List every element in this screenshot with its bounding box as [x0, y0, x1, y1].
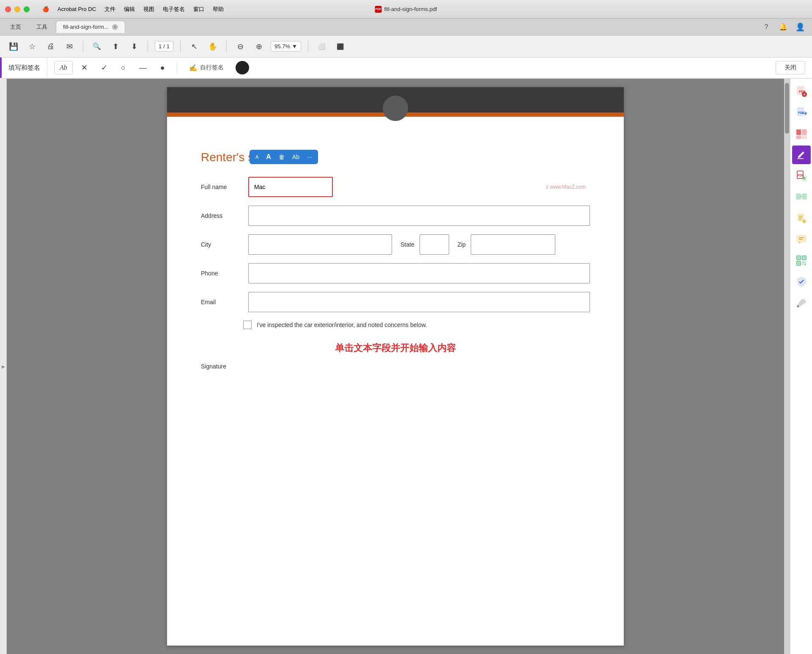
more-options-button[interactable]: ···	[304, 152, 315, 162]
address-input[interactable]	[248, 206, 590, 226]
tab-tools[interactable]: 工具	[30, 21, 54, 33]
menu-bar: 🍎 Acrobat Pro DC 文件 编辑 视图 电子签名 窗口 帮助	[38, 5, 228, 14]
circle-tool[interactable]: ○	[116, 61, 131, 75]
checkmark-tool[interactable]: ✓	[96, 60, 112, 75]
city-label: City	[201, 241, 243, 248]
self-sign-label: 自行签名	[200, 64, 224, 71]
zoom-indicator[interactable]: 95.7% ▼	[271, 41, 301, 52]
zip-input[interactable]	[471, 234, 555, 255]
self-sign-button[interactable]: ✍ 自行签名	[184, 62, 229, 74]
panel-collapse-handle[interactable]: ▶	[0, 79, 7, 654]
menu-view[interactable]: 视图	[139, 5, 159, 14]
smaller-text-button[interactable]: A	[253, 153, 261, 161]
email-row: Email	[201, 292, 590, 312]
cross-tool[interactable]: ✕	[76, 60, 93, 75]
sidebar-organize-icon[interactable]	[792, 124, 811, 143]
main-container: ▶ A A 🗑 Ab ··· Renter's section Full	[0, 79, 812, 654]
bookmark-icon[interactable]: ☆	[25, 40, 39, 53]
sidebar-document-icon[interactable]: $	[792, 209, 811, 228]
svg-rect-9	[796, 136, 801, 139]
menu-window[interactable]: 窗口	[189, 5, 208, 14]
expand-icon[interactable]: ⬛	[334, 40, 347, 53]
text-tool[interactable]: Ab	[54, 61, 73, 74]
sidebar-shield-icon[interactable]	[792, 272, 811, 291]
profile-icon[interactable]: 👤	[795, 22, 805, 32]
scrollbar[interactable]	[784, 79, 790, 654]
tab-active-file[interactable]: fill-and-sign-form... ×	[56, 21, 125, 33]
pdf-area[interactable]: A A 🗑 Ab ··· Renter's section Full name …	[7, 79, 784, 654]
hand-icon[interactable]: ✋	[206, 40, 219, 53]
toolbar-divider-1	[83, 41, 83, 52]
full-name-input[interactable]	[248, 177, 333, 197]
zoom-dropdown-icon: ▼	[292, 43, 297, 49]
sidebar-comment-icon[interactable]	[792, 230, 811, 249]
ab-format-button[interactable]: Ab	[290, 152, 302, 162]
signature-label: Signature	[201, 363, 243, 370]
app-name[interactable]: Acrobat Pro DC	[53, 5, 100, 13]
help-icon[interactable]: ?	[761, 22, 771, 32]
delete-text-button[interactable]: 🗑	[276, 152, 287, 162]
apple-menu[interactable]: 🍎	[38, 5, 53, 13]
dot-tool[interactable]: ●	[155, 61, 170, 75]
menu-esign[interactable]: 电子签名	[159, 5, 189, 14]
line-tool[interactable]: —	[134, 61, 152, 75]
signature-row: Signature	[201, 363, 590, 370]
scrollbar-thumb[interactable]	[785, 83, 789, 134]
sidebar-export-pdf-icon[interactable]: PDF	[792, 103, 811, 122]
download-icon[interactable]: ⬇	[127, 40, 141, 53]
full-name-row: Full name z www.MacZ.com	[201, 177, 590, 197]
zoom-level: 95.7%	[274, 43, 290, 49]
svg-rect-38	[804, 264, 806, 265]
close-fill-sign-button[interactable]: 关闭	[776, 61, 805, 74]
checkbox-row: I've inspected the car exterior/interior…	[243, 321, 590, 329]
title-bar: 🍎 Acrobat Pro DC 文件 编辑 视图 电子签名 窗口 帮助 PDF…	[0, 0, 812, 19]
city-input[interactable]	[248, 234, 392, 255]
pdf-header-banner	[167, 87, 624, 113]
menu-edit[interactable]: 编辑	[120, 5, 139, 14]
svg-rect-8	[802, 129, 807, 135]
svg-rect-14	[802, 176, 807, 181]
minimize-window-button[interactable]	[14, 6, 20, 12]
sidebar-create-pdf-icon[interactable]: PDF +	[792, 82, 811, 101]
svg-rect-17	[796, 194, 801, 199]
larger-text-button[interactable]: A	[263, 151, 274, 162]
toolbar-divider-5	[308, 41, 308, 52]
sidebar-combine-icon[interactable]	[792, 188, 811, 206]
tab-home[interactable]: 主页	[3, 21, 28, 33]
menu-help[interactable]: 帮助	[208, 5, 228, 14]
color-picker[interactable]	[236, 61, 249, 74]
pdf-icon: PDF	[375, 6, 382, 13]
phone-input[interactable]	[248, 263, 590, 283]
page-separator: /	[163, 43, 165, 49]
print-icon[interactable]: 🖨	[44, 40, 58, 53]
sidebar-barcode-icon[interactable]	[792, 251, 811, 270]
save-icon[interactable]: 💾	[7, 40, 20, 53]
zoom-out-icon[interactable]: ⊖	[233, 40, 247, 53]
maximize-window-button[interactable]	[24, 6, 30, 12]
tab-close-button[interactable]: ×	[112, 24, 118, 30]
page-indicator[interactable]: 1 / 1	[155, 41, 173, 52]
menu-file[interactable]: 文件	[100, 5, 120, 14]
upload-icon[interactable]: ⬆	[109, 40, 122, 53]
svg-rect-34	[798, 262, 800, 264]
zoom-in-icon[interactable]: ⊕	[252, 40, 266, 53]
email-icon[interactable]: ✉	[63, 40, 76, 53]
search-icon[interactable]: 🔍	[90, 40, 104, 53]
email-input[interactable]	[248, 292, 590, 312]
sidebar-pdf2-icon[interactable]: PDF	[792, 167, 811, 185]
instruction-text: 单击文本字段并开始输入内容	[201, 338, 590, 363]
close-window-button[interactable]	[5, 6, 11, 12]
cursor-icon[interactable]: ↖	[187, 40, 201, 53]
state-input[interactable]	[420, 234, 449, 255]
sidebar-fill-sign-icon[interactable]	[792, 146, 811, 164]
fit-page-icon[interactable]: ⬜	[315, 40, 329, 53]
form-content: Renter's section Full name z www.MacZ.co…	[167, 117, 624, 395]
inspection-checkbox[interactable]	[243, 321, 252, 329]
full-name-label: Full name	[201, 184, 243, 190]
notification-icon[interactable]: 🔔	[778, 22, 788, 32]
sidebar-tools-icon[interactable]	[792, 294, 811, 312]
toolbar-divider-4	[226, 41, 227, 52]
address-label: Address	[201, 212, 243, 219]
svg-marker-26	[799, 242, 801, 244]
svg-text:PDF: PDF	[798, 111, 804, 114]
